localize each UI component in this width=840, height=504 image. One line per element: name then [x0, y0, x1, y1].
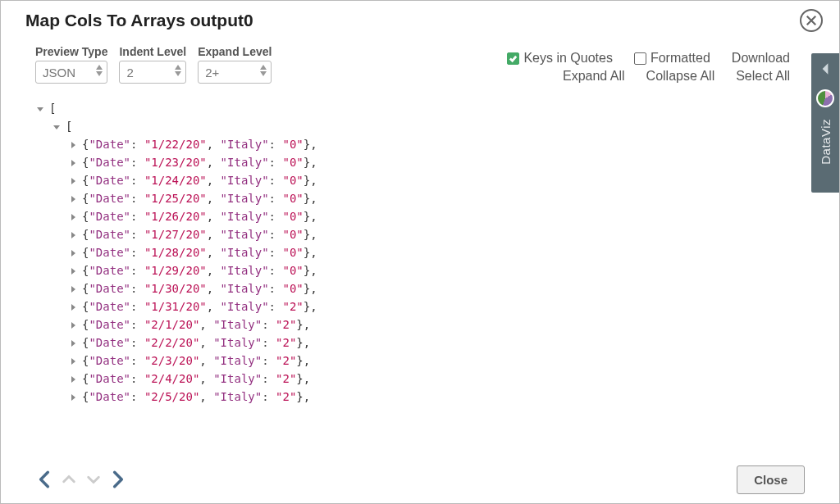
stepper-icon	[175, 65, 181, 76]
tree-row[interactable]: {"Date": "1/27/20", "Italy": "0"},	[35, 225, 774, 243]
row-content: {"Date": "2/2/20", "Italy": "2"},	[82, 336, 310, 349]
chevron-right-icon[interactable]	[68, 392, 78, 402]
expand-all-link[interactable]: Expand All	[563, 69, 625, 84]
download-link[interactable]: Download	[732, 51, 790, 66]
expand-level-label: Expand Level	[198, 45, 272, 58]
tree-row[interactable]: {"Date": "1/29/20", "Italy": "0"},	[35, 261, 774, 279]
nav-arrows	[35, 468, 127, 491]
formatted-label: Formatted	[651, 51, 710, 66]
tree-row[interactable]: {"Date": "2/3/20", "Italy": "2"},	[35, 352, 774, 370]
collapse-all-link[interactable]: Collapse All	[646, 69, 715, 84]
indent-level-select[interactable]: 2	[119, 61, 186, 84]
tree-row[interactable]: {"Date": "1/22/20", "Italy": "0"},	[35, 135, 774, 153]
row-content: {"Date": "1/31/20", "Italy": "2"},	[82, 300, 317, 313]
indent-level-label: Indent Level	[119, 45, 186, 58]
expand-level-value: 2+	[205, 66, 219, 79]
row-content: {"Date": "1/29/20", "Italy": "0"},	[82, 264, 317, 277]
tree-child[interactable]: [	[35, 117, 774, 135]
dataviz-logo-icon	[816, 89, 834, 107]
tree-row[interactable]: {"Date": "1/26/20", "Italy": "0"},	[35, 207, 774, 225]
chevron-down-icon[interactable]	[52, 121, 62, 131]
indent-level-group: Indent Level 2	[119, 45, 186, 84]
chevron-right-icon[interactable]	[68, 229, 78, 239]
row-content: {"Date": "1/24/20", "Italy": "0"},	[82, 174, 317, 187]
row-content: {"Date": "1/23/20", "Italy": "0"},	[82, 156, 317, 169]
tree-row[interactable]: {"Date": "1/28/20", "Italy": "0"},	[35, 243, 774, 261]
chevron-down-icon[interactable]	[35, 103, 45, 113]
dialog-footer: Close	[1, 456, 839, 503]
chevron-right-icon[interactable]	[68, 284, 78, 293]
nav-last-icon[interactable]	[109, 468, 127, 491]
right-row-2: Expand All Collapse All Select All	[563, 69, 790, 84]
chevron-right-icon[interactable]	[68, 157, 78, 167]
row-content: {"Date": "1/27/20", "Italy": "0"},	[82, 228, 317, 241]
expand-level-select[interactable]: 2+	[198, 61, 272, 84]
chevron-right-icon[interactable]	[68, 302, 78, 311]
row-content: {"Date": "2/3/20", "Italy": "2"},	[82, 354, 310, 367]
row-content: {"Date": "1/30/20", "Italy": "0"},	[82, 282, 317, 295]
formatted-checkbox[interactable]: Formatted	[634, 51, 710, 66]
tree-row[interactable]: {"Date": "2/1/20", "Italy": "2"},	[35, 316, 774, 334]
expand-level-group: Expand Level 2+	[198, 45, 272, 84]
row-content: {"Date": "2/1/20", "Italy": "2"},	[82, 318, 310, 331]
keys-in-quotes-label: Keys in Quotes	[523, 51, 613, 66]
preview-type-value: JSON	[43, 66, 75, 79]
nav-down-icon[interactable]	[84, 468, 103, 491]
chevron-right-icon[interactable]	[68, 139, 78, 149]
tree-row[interactable]: {"Date": "1/25/20", "Italy": "0"},	[35, 189, 774, 207]
chevron-right-icon[interactable]	[68, 374, 78, 384]
right-row-1: Keys in Quotes Formatted Download	[507, 51, 790, 66]
stepper-icon	[96, 65, 103, 76]
preview-type-label: Preview Type	[35, 45, 107, 58]
chevron-right-icon[interactable]	[68, 356, 78, 366]
chevron-right-icon[interactable]	[68, 320, 78, 329]
dataviz-panel-tab[interactable]: DataViz	[811, 53, 839, 193]
tree-row[interactable]: {"Date": "2/5/20", "Italy": "2"},	[35, 388, 774, 406]
select-all-link[interactable]: Select All	[736, 69, 790, 84]
preview-type-group: Preview Type JSON	[35, 45, 107, 84]
json-tree: [ [ {"Date": "1/22/20", "Italy": "0"},{"…	[35, 99, 774, 446]
chevron-right-icon[interactable]	[68, 193, 78, 203]
tree-root[interactable]: [	[35, 99, 774, 117]
bracket: [	[49, 102, 56, 115]
tree-row[interactable]: {"Date": "1/23/20", "Italy": "0"},	[35, 153, 774, 171]
keys-in-quotes-checkbox[interactable]: Keys in Quotes	[507, 51, 613, 66]
close-icon[interactable]	[800, 9, 823, 32]
checkbox-unchecked-icon	[634, 52, 646, 65]
row-content: {"Date": "1/26/20", "Italy": "0"},	[82, 210, 317, 223]
row-content: {"Date": "1/22/20", "Italy": "0"},	[82, 138, 317, 151]
bracket: [	[66, 120, 72, 133]
tree-row[interactable]: {"Date": "1/31/20", "Italy": "2"},	[35, 297, 774, 316]
preview-type-select[interactable]: JSON	[35, 61, 107, 84]
toolbar: Preview Type JSON Indent Level 2	[1, 32, 839, 90]
indent-level-value: 2	[126, 66, 133, 79]
nav-up-icon[interactable]	[60, 468, 78, 491]
preview-dialog: Map Cols To Arrays output0 Preview Type …	[0, 0, 840, 504]
row-content: {"Date": "1/25/20", "Italy": "0"},	[82, 192, 317, 205]
close-button[interactable]: Close	[737, 465, 805, 494]
checkbox-checked-icon	[507, 52, 519, 65]
chevron-right-icon[interactable]	[68, 266, 78, 275]
dataviz-label: DataViz	[819, 119, 833, 165]
chevron-right-icon[interactable]	[68, 247, 78, 257]
chevron-right-icon[interactable]	[68, 211, 78, 221]
left-controls: Preview Type JSON Indent Level 2	[35, 45, 272, 84]
tree-row[interactable]: {"Date": "1/30/20", "Italy": "0"},	[35, 279, 774, 297]
row-content: {"Date": "2/4/20", "Italy": "2"},	[82, 372, 310, 385]
row-content: {"Date": "1/28/20", "Italy": "0"},	[82, 246, 317, 259]
nav-first-icon[interactable]	[35, 468, 53, 491]
tree-row[interactable]: {"Date": "2/4/20", "Italy": "2"},	[35, 370, 774, 388]
chevron-right-icon[interactable]	[68, 338, 78, 347]
dialog-title: Map Cols To Arrays output0	[25, 11, 253, 30]
chevron-left-icon	[819, 61, 831, 79]
chevron-right-icon[interactable]	[68, 175, 78, 185]
row-content: {"Date": "2/5/20", "Italy": "2"},	[82, 390, 310, 403]
right-controls: Keys in Quotes Formatted Download Expand…	[507, 51, 790, 84]
stepper-icon	[260, 65, 267, 76]
tree-row[interactable]: {"Date": "1/24/20", "Italy": "0"},	[35, 171, 774, 189]
title-row: Map Cols To Arrays output0	[1, 1, 839, 32]
tree-row[interactable]: {"Date": "2/2/20", "Italy": "2"},	[35, 334, 774, 352]
